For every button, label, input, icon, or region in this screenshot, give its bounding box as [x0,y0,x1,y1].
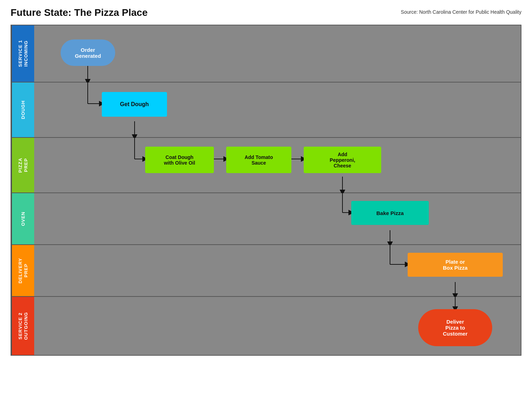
swim-content-dough: Get Dough [34,82,521,137]
node-deliver: DeliverPizza toCustomer [418,309,492,346]
swim-content-service2: DeliverPizza toCustomer [34,297,521,355]
swim-row-oven: OVEN [11,193,521,245]
swim-label-oven: OVEN [11,193,34,244]
node-add-pepperoni: AddPepperoni,Cheese [304,147,381,173]
node-coat-dough: Coat Doughwith Olive Oil [145,147,214,173]
arrows-oven [34,193,521,244]
swim-label-service2: SERVICE 2OUTGOING [11,297,34,355]
swim-content-delivery: Plate orBox Pizza [34,245,521,296]
swim-row-service2: SERVICE 2OUTGOING DeliverPizza toCustome… [11,297,521,355]
page-title: Future State: The Pizza Place [11,7,148,18]
swim-content-service1: OrderGenerated [34,25,521,82]
page-wrapper: Future State: The Pizza Place Source: No… [0,0,532,363]
swim-row-service1: SERVICE 1INCOMING OrderGenerated [11,25,521,82]
page-source: Source: North Carolina Center for Public… [401,7,521,15]
node-bake-pizza: Bake Pizza [351,201,429,225]
node-get-dough: Get Dough [102,92,167,117]
node-plate-box: Plate orBox Pizza [408,253,503,277]
node-order-generated: OrderGenerated [61,39,115,66]
node-add-tomato: Add TomatoSauce [226,147,291,173]
swim-label-delivery: DELIVERYPREP [11,245,34,296]
swim-content-pizza: Coat Doughwith Olive Oil Add TomatoSauce… [34,138,521,192]
swim-label-dough: DOUGH [11,82,34,137]
swim-row-pizza: PIZZAPREP [11,138,521,193]
diagram-container: SERVICE 1INCOMING OrderGenerated [11,25,521,356]
swim-row-delivery: DELIVERYPREP [11,245,521,297]
swim-content-oven: Bake Pizza [34,193,521,244]
page-header: Future State: The Pizza Place Source: No… [11,7,521,18]
swim-row-dough: DOUGH [11,82,521,138]
swim-label-pizza: PIZZAPREP [11,138,34,192]
swim-label-service1: SERVICE 1INCOMING [11,25,34,82]
